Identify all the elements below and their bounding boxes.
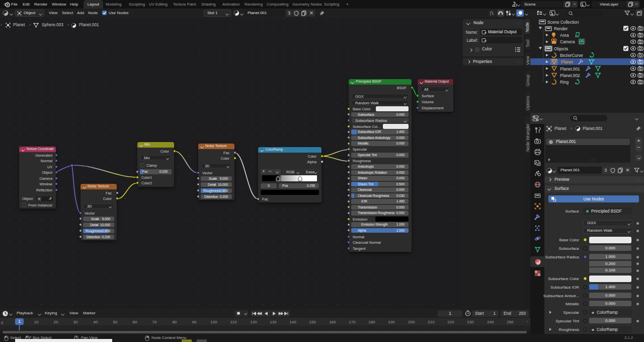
svg-text:210: 210 [428, 320, 435, 324]
svg-text:Group: Group [525, 75, 530, 86]
svg-text:50: 50 [113, 320, 118, 324]
svg-text:230: 230 [467, 320, 474, 324]
svg-text:Tool: Tool [525, 40, 530, 47]
svg-text:40: 40 [94, 320, 98, 324]
svg-text:Objects: Objects [554, 46, 568, 51]
svg-text:200: 200 [408, 320, 415, 324]
svg-text:Planet.002: Planet.002 [560, 73, 580, 78]
svg-text:160: 160 [329, 320, 336, 324]
svg-text:Render: Render [554, 26, 568, 31]
svg-text:140: 140 [289, 320, 296, 324]
svg-text:120: 120 [250, 320, 257, 324]
svg-text:170: 170 [349, 320, 356, 324]
svg-text:60: 60 [133, 320, 137, 324]
svg-text:150: 150 [309, 320, 316, 324]
svg-text:80: 80 [173, 320, 177, 324]
svg-text:30: 30 [73, 320, 78, 324]
svg-text:90: 90 [192, 320, 197, 324]
svg-text:BezierCurve: BezierCurve [560, 53, 583, 58]
svg-text:250: 250 [507, 320, 514, 324]
svg-text:220: 220 [447, 320, 454, 324]
svg-text:70: 70 [152, 320, 157, 324]
svg-text:10: 10 [34, 320, 39, 324]
svg-text:20: 20 [54, 320, 58, 324]
svg-text:190: 190 [388, 320, 395, 324]
svg-text:Planet.001: Planet.001 [560, 66, 580, 72]
svg-text:Area: Area [560, 33, 569, 38]
svg-text:100: 100 [210, 320, 217, 324]
svg-text:Node: Node [525, 22, 530, 32]
svg-text:180: 180 [368, 320, 375, 324]
svg-text:240: 240 [487, 320, 494, 324]
svg-text:Scene Collection: Scene Collection [547, 20, 579, 25]
svg-text:Ring: Ring [560, 80, 569, 85]
svg-text:Options: Options [525, 96, 530, 110]
svg-text:View: View [525, 55, 530, 65]
svg-text:110: 110 [230, 320, 237, 324]
svg-text:Planet: Planet [561, 59, 573, 64]
svg-text:Node Wrangler: Node Wrangler [525, 123, 530, 152]
svg-text:Camera: Camera [560, 39, 575, 44]
svg-text:130: 130 [270, 320, 277, 324]
